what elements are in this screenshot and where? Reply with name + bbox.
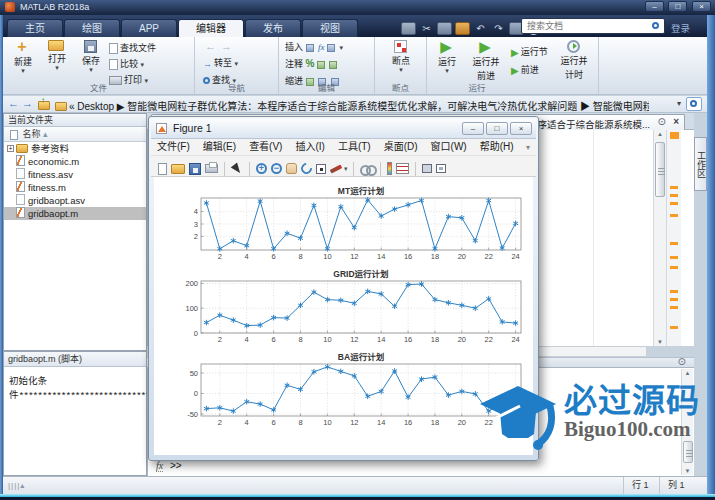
insert-button[interactable]: 插入 fx ▾ [285,40,343,54]
copy-icon[interactable] [437,22,452,35]
minimize-button[interactable]: – [645,1,664,12]
comment-button[interactable]: 注释 % [285,57,339,71]
warning-marker[interactable] [670,306,678,309]
name-column-header[interactable]: 名称 ▴ [4,127,146,142]
save-icon[interactable] [189,163,201,175]
fx-badge[interactable]: fx [156,460,163,472]
browse-folder-icon[interactable] [55,100,69,111]
file-row-economic.m[interactable]: economic.m [4,155,146,168]
warning-marker[interactable] [670,132,679,139]
breadcrumb[interactable]: « Desktop ▶ 智能微电网粒子群优化算法：本程序适合于综合能源系统模型优… [69,98,649,113]
redo-icon[interactable]: ↷ [491,22,506,35]
file-row-fitness.m[interactable]: fitness.m [4,181,146,194]
run-time-button[interactable]: 运行并 计时 [553,40,595,81]
undo-icon[interactable]: ↶ [473,22,488,35]
ribbon-tab-视图[interactable]: 视图 [302,19,358,38]
cut-icon[interactable]: ✂ [419,22,434,35]
figure-maximize-button[interactable]: □ [486,122,508,135]
warning-marker[interactable] [670,194,678,197]
tab-menu-icon[interactable]: ⊙ [658,116,666,127]
figure-minimize-button[interactable]: – [462,122,484,135]
ribbon-tab-绘图[interactable]: 绘图 [64,19,120,38]
colorbar-icon[interactable] [387,162,392,175]
figure-menu-H[interactable]: 帮助(H) [480,141,514,152]
doc-search-box[interactable] [521,18,665,34]
back-icon[interactable]: ← [8,97,19,109]
file-row-gridbaopt.m[interactable]: gridbaopt.m [4,207,146,220]
warning-marker[interactable] [670,290,678,293]
panel-menu-icon[interactable]: ⊙ [678,356,686,367]
paste-icon[interactable] [455,22,470,35]
doc-search-input[interactable] [525,20,645,32]
figure-close-button[interactable]: × [510,122,532,135]
save-button[interactable]: 保存▾ [75,40,107,72]
new-button[interactable]: + 新建▾ [7,40,39,73]
forward-icon[interactable]: → [22,97,33,109]
warning-marker[interactable] [670,214,678,217]
figure-titlebar[interactable]: Figure 1 – □ × [151,119,536,139]
run-advance-button[interactable]: ▶ 运行并 前进 [465,40,507,82]
run-section-button[interactable]: ▶运行节 [511,45,548,59]
statusbar-grip-icon[interactable]: ||||▴ [8,481,25,490]
open-folder-icon[interactable] [171,164,185,174]
edit-arrow-icon[interactable] [231,162,243,175]
warning-marker[interactable] [670,242,678,245]
dock-icon[interactable] [422,164,432,173]
svg-text:14: 14 [377,335,385,344]
data-cursor-icon[interactable] [316,164,326,174]
compare-button[interactable]: 比较 ▾ [109,57,144,71]
workspace-collapsed-tab[interactable]: 工作区 [694,137,707,191]
undock-icon[interactable] [436,164,446,173]
file-row-fitness.asv[interactable]: fitness.asv [4,168,146,181]
brush-icon[interactable] [330,164,342,173]
figure-menu-D[interactable]: 桌面(D) [384,141,418,152]
file-row-参考资料[interactable]: +参考资料 [4,142,146,155]
warning-marker[interactable] [670,326,678,329]
figure-menu-T[interactable]: 工具(T) [338,141,371,152]
tab-close-icon[interactable]: × [673,116,679,127]
ribbon-tab-编辑器[interactable]: 编辑器 [178,19,244,38]
legend-icon[interactable] [396,163,409,174]
expander-icon[interactable]: + [7,145,14,152]
forward-icon[interactable]: → [221,40,232,52]
login-button[interactable]: 登录 [671,21,690,35]
warning-marker[interactable] [670,256,678,259]
ribbon-tab-主页[interactable]: 主页 [7,19,63,38]
warning-marker[interactable] [670,202,678,205]
maximize-button[interactable]: □ [668,1,687,12]
warning-marker[interactable] [670,266,678,269]
figure-menu-I[interactable]: 插入(I) [295,141,324,152]
find-files-button[interactable]: 查找文件 [109,41,156,55]
close-button[interactable]: × [692,1,711,12]
breakpoints-button[interactable]: 断点▾ [383,40,419,72]
file-row-gridbaopt.asv[interactable]: gridbaopt.asv [4,194,146,207]
code-analyzer-strip[interactable] [666,130,681,346]
figure-menu-V[interactable]: 查看(V) [249,141,282,152]
rotate-3d-icon[interactable] [299,161,314,176]
ribbon-tab-发布[interactable]: 发布 [245,19,301,38]
back-icon[interactable]: ← [205,40,216,52]
brush-dropdown-icon[interactable]: ▾ [344,165,348,173]
advance-button[interactable]: ▶前进 [511,63,539,77]
warning-marker[interactable] [670,298,678,301]
up-folder-icon[interactable]: ↑ [38,99,52,110]
new-doc-icon[interactable] [158,163,167,175]
link-plot-icon[interactable] [360,165,374,173]
folder-search-button[interactable] [686,97,702,111]
ribbon-tab-APP[interactable]: APP [121,19,177,38]
breadcrumb-dropdown-icon[interactable]: ▾ [677,99,681,108]
open-button[interactable]: 打开▾ [41,40,73,70]
zoom-in-icon[interactable]: + [256,163,267,174]
run-button[interactable]: ▶ 运行▾ [431,40,463,73]
figure-menu-F[interactable]: 文件(F) [157,141,190,152]
pan-hand-icon[interactable] [286,163,297,174]
figure-menu-E[interactable]: 编辑(E) [203,141,236,152]
editor-vscrollbar[interactable]: ▲ ▼ [653,130,666,346]
goto-button[interactable]: →转至 ▾ [203,56,238,70]
save-icon[interactable] [401,22,416,35]
print-icon[interactable] [205,164,218,173]
zoom-out-icon[interactable]: − [271,163,282,174]
warning-marker[interactable] [670,186,678,189]
figure-menu-W[interactable]: 窗口(W) [431,141,467,152]
menubar-pin-icon[interactable]: ▾ [526,140,530,156]
